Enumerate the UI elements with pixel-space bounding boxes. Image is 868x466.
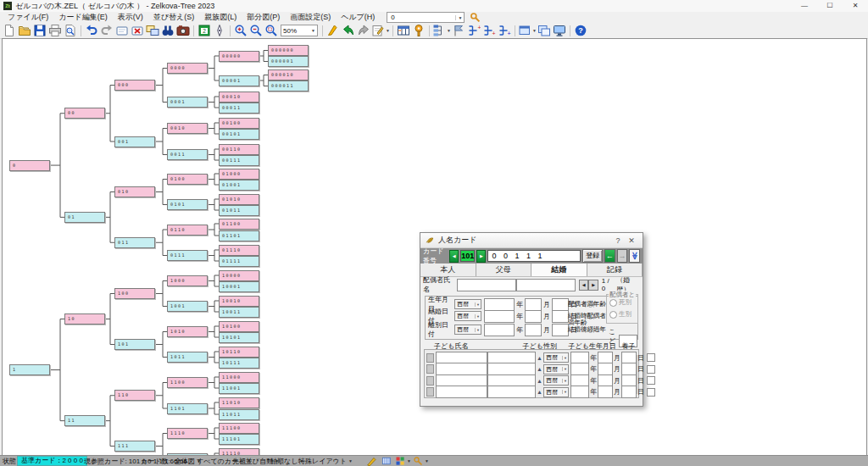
flag-button[interactable]	[451, 24, 466, 37]
month-input[interactable]	[525, 310, 542, 323]
tree-node-1101[interactable]: 1101	[167, 403, 208, 414]
tree-node-10101[interactable]: 10101	[219, 332, 259, 343]
year-input[interactable]	[484, 310, 515, 323]
tree-node-11000[interactable]: 11000	[219, 372, 259, 383]
tree-node-1011[interactable]: 1011	[167, 352, 208, 363]
tree-node-11100[interactable]: 11100	[219, 423, 259, 434]
row-selector[interactable]	[426, 387, 434, 397]
tree-node-01011[interactable]: 01011	[219, 205, 259, 216]
person-name-input[interactable]	[487, 250, 581, 262]
tree-node-01010[interactable]: 01010	[219, 194, 259, 205]
tree-node-10[interactable]: 10	[64, 313, 105, 325]
tree-add3-button[interactable]: +	[497, 24, 512, 37]
tree-node-00000[interactable]: 00000	[219, 51, 259, 62]
jump-next-button[interactable]	[356, 24, 371, 37]
card-pair-button[interactable]	[145, 24, 160, 37]
marker-button[interactable]	[326, 24, 341, 37]
tree-node-11010[interactable]: 11010	[219, 397, 259, 408]
row-selector[interactable]	[426, 364, 434, 374]
tree-add2-button[interactable]: +	[481, 24, 497, 37]
month-input[interactable]	[525, 324, 542, 336]
open-file-button[interactable]	[17, 24, 32, 37]
tree-node-110[interactable]: 110	[114, 390, 155, 401]
new-window-button[interactable]: ▼	[518, 24, 537, 37]
print-button[interactable]	[47, 24, 63, 37]
tab-本人[interactable]: 本人	[420, 264, 476, 276]
era-combo[interactable]: 西暦▼	[454, 325, 481, 335]
search-binoculars-button[interactable]	[160, 24, 175, 37]
delete-card-button[interactable]	[130, 24, 145, 37]
tree-node-01001[interactable]: 01001	[219, 180, 259, 191]
dialog-close-button[interactable]: ✕	[625, 236, 638, 245]
card-search-combo[interactable]: 0 ▼	[387, 12, 465, 23]
expand-button[interactable]: ≫	[629, 249, 640, 263]
gender-icon[interactable]: ▲	[537, 355, 542, 361]
tree-node-10000[interactable]: 10000	[219, 270, 259, 281]
radio-seibetsu[interactable]: 生別	[609, 310, 637, 319]
adopted-checkbox[interactable]	[647, 353, 655, 362]
year-input[interactable]	[484, 324, 515, 336]
child-givenname-input[interactable]	[487, 386, 536, 398]
adopted-checkbox[interactable]	[647, 388, 655, 397]
adopted-checkbox[interactable]	[647, 376, 655, 385]
tree-node-1010[interactable]: 1010	[167, 326, 208, 337]
table-view-button[interactable]	[396, 24, 411, 37]
zoom-in-button[interactable]	[233, 24, 248, 37]
redo-button[interactable]	[99, 24, 114, 37]
grid-color-button[interactable]: ▼	[395, 456, 411, 466]
tree-node-11011[interactable]: 11011	[219, 409, 259, 420]
child-month-input[interactable]	[598, 386, 613, 398]
child-year-input[interactable]	[570, 386, 589, 398]
status-dropdown-4[interactable]: 特殊レイアウト▼	[298, 456, 353, 466]
spouse-surname-input[interactable]	[457, 279, 516, 291]
new-document-button[interactable]	[2, 24, 17, 37]
tree-node-10111[interactable]: 10111	[219, 358, 259, 369]
tree-node-01111[interactable]: 01111	[219, 256, 259, 267]
tree-node-1001[interactable]: 1001	[167, 301, 208, 312]
era-combo[interactable]: 西暦▼	[454, 311, 481, 321]
print-preview-button[interactable]	[63, 24, 78, 37]
tree-node-00001[interactable]: 00001	[219, 75, 259, 86]
tree-node-00010[interactable]: 00010	[219, 92, 259, 103]
menu-item-1[interactable]: カード編集(E)	[53, 12, 112, 23]
tree-node-0000[interactable]: 0000	[167, 63, 208, 74]
child-surname-input[interactable]	[436, 386, 487, 398]
spouse-next-button[interactable]: ▶	[588, 280, 598, 291]
era-combo[interactable]: 西暦▼	[454, 299, 481, 309]
era-combo[interactable]: 西暦▼	[543, 375, 569, 386]
tree-node-0110[interactable]: 0110	[167, 225, 208, 236]
zoom-select-button[interactable]	[264, 24, 279, 37]
tree-node-000000[interactable]: 000000	[268, 45, 309, 56]
spouse-givenname-input[interactable]	[516, 279, 576, 291]
menu-item-4[interactable]: 親族図(L)	[199, 12, 242, 23]
tree-node-101[interactable]: 101	[114, 339, 155, 350]
menu-item-5[interactable]: 部分図(P)	[242, 12, 285, 23]
dialog-help-button[interactable]: ?	[611, 236, 625, 245]
tree-add-button[interactable]: +	[466, 24, 481, 37]
search-button[interactable]	[470, 12, 481, 23]
tree-node-11001[interactable]: 11001	[219, 383, 259, 394]
day-input[interactable]	[552, 310, 569, 323]
zoom-out-button[interactable]	[248, 24, 264, 37]
tab-記録[interactable]: 記録	[587, 264, 643, 276]
tree-node-100[interactable]: 100	[114, 288, 155, 299]
menu-item-7[interactable]: ヘルプ(H)	[336, 12, 380, 23]
close-button[interactable]: ✕	[843, 0, 868, 12]
radio-shibetsu[interactable]: 死別	[609, 298, 637, 307]
key-button[interactable]	[411, 24, 426, 37]
menu-item-0[interactable]: ファイル(F)	[3, 12, 53, 23]
tree-node-00011[interactable]: 00011	[219, 103, 259, 114]
tree-node-01100[interactable]: 01100	[219, 219, 259, 230]
display-button[interactable]	[552, 24, 567, 37]
photo-button[interactable]	[175, 24, 191, 37]
tree-node-00100[interactable]: 00100	[219, 118, 259, 129]
dialog-title-bar[interactable]: 人名カード ? ✕	[420, 233, 643, 248]
tree-node-000011[interactable]: 000011	[268, 80, 309, 92]
tree-node-0011[interactable]: 0011	[167, 149, 208, 160]
window-cascade-button[interactable]	[537, 24, 552, 37]
tree-node-00110[interactable]: 00110	[219, 144, 259, 155]
save-button[interactable]	[32, 24, 47, 37]
tab-父母[interactable]: 父母	[476, 264, 532, 276]
menu-item-2[interactable]: 表示(V)	[113, 12, 148, 23]
era-combo[interactable]: 西暦▼	[543, 352, 569, 363]
